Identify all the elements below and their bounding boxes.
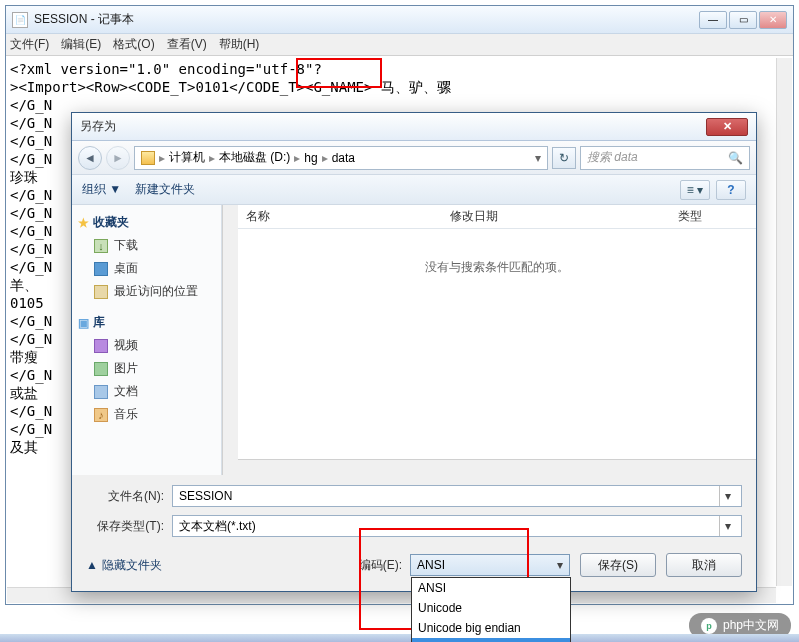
vertical-scrollbar[interactable] bbox=[776, 58, 792, 586]
sidebar-item-recent[interactable]: 最近访问的位置 bbox=[76, 280, 217, 303]
breadcrumb[interactable]: ▸ 计算机 ▸ 本地磁盘 (D:) ▸ hg ▸ data ▾ bbox=[134, 146, 548, 170]
save-button[interactable]: 保存(S) bbox=[580, 553, 656, 577]
close-button[interactable]: ✕ bbox=[759, 11, 787, 29]
download-icon: ↓ bbox=[94, 239, 108, 253]
recent-icon bbox=[94, 285, 108, 299]
dialog-navbar: ◄ ► ▸ 计算机 ▸ 本地磁盘 (D:) ▸ hg ▸ data ▾ ↻ 搜索… bbox=[72, 141, 756, 175]
notepad-title: SESSION - 记事本 bbox=[34, 11, 699, 28]
filetype-select[interactable]: 文本文档(*.txt) ▾ bbox=[172, 515, 742, 537]
picture-icon bbox=[94, 362, 108, 376]
chevron-down-icon[interactable]: ▾ bbox=[719, 486, 735, 506]
encoding-dropdown: ANSI Unicode Unicode big endian UTF-8 bbox=[411, 577, 571, 642]
breadcrumb-item[interactable]: hg bbox=[304, 151, 317, 165]
search-input[interactable]: 搜索 data 🔍 bbox=[580, 146, 750, 170]
view-mode-button[interactable]: ≡ ▾ bbox=[680, 180, 710, 200]
filetype-label: 保存类型(T): bbox=[86, 518, 172, 535]
video-icon bbox=[94, 339, 108, 353]
dialog-toolbar: 组织 ▼ 新建文件夹 ≡ ▾ ? bbox=[72, 175, 756, 205]
chevron-down-icon[interactable]: ▾ bbox=[719, 516, 735, 536]
sidebar-libraries-header[interactable]: ▣ 库 bbox=[76, 311, 217, 334]
sidebar-item-desktop[interactable]: 桌面 bbox=[76, 257, 217, 280]
minimize-button[interactable]: — bbox=[699, 11, 727, 29]
dialog-bottom: 文件名(N): SESSION ▾ 保存类型(T): 文本文档(*.txt) ▾ bbox=[72, 475, 756, 553]
library-icon: ▣ bbox=[78, 316, 89, 330]
search-icon: 🔍 bbox=[728, 151, 743, 165]
star-icon: ★ bbox=[78, 216, 89, 230]
column-type[interactable]: 类型 bbox=[678, 208, 702, 225]
taskbar bbox=[0, 634, 799, 642]
music-icon: ♪ bbox=[94, 408, 108, 422]
breadcrumb-item[interactable]: 本地磁盘 (D:) bbox=[219, 149, 290, 166]
notepad-titlebar: 📄 SESSION - 记事本 — ▭ ✕ bbox=[6, 6, 793, 34]
empty-message: 没有与搜索条件匹配的项。 bbox=[238, 229, 756, 459]
chevron-up-icon: ▲ bbox=[86, 558, 98, 572]
hide-folders-toggle[interactable]: ▲ 隐藏文件夹 bbox=[86, 557, 162, 574]
help-button[interactable]: ? bbox=[716, 180, 746, 200]
sidebar-item-pictures[interactable]: 图片 bbox=[76, 357, 217, 380]
sidebar-favorites-header[interactable]: ★ 收藏夹 bbox=[76, 211, 217, 234]
save-as-dialog: 另存为 ✕ ◄ ► ▸ 计算机 ▸ 本地磁盘 (D:) ▸ hg ▸ data … bbox=[71, 112, 757, 592]
menu-file[interactable]: 文件(F) bbox=[10, 36, 49, 53]
new-folder-button[interactable]: 新建文件夹 bbox=[135, 181, 195, 198]
encoding-option-ansi[interactable]: ANSI bbox=[412, 578, 570, 598]
cancel-button[interactable]: 取消 bbox=[666, 553, 742, 577]
filename-label: 文件名(N): bbox=[86, 488, 172, 505]
organize-button[interactable]: 组织 ▼ bbox=[82, 181, 121, 198]
document-icon bbox=[94, 385, 108, 399]
folder-icon bbox=[141, 151, 155, 165]
chevron-down-icon: ▾ bbox=[557, 558, 563, 572]
sidebar-item-music[interactable]: ♪音乐 bbox=[76, 403, 217, 426]
maximize-button[interactable]: ▭ bbox=[729, 11, 757, 29]
column-date[interactable]: 修改日期 bbox=[450, 208, 498, 225]
refresh-button[interactable]: ↻ bbox=[552, 147, 576, 169]
notepad-icon: 📄 bbox=[12, 12, 28, 28]
dialog-close-button[interactable]: ✕ bbox=[706, 118, 748, 136]
sidebar-item-videos[interactable]: 视频 bbox=[76, 334, 217, 357]
breadcrumb-item[interactable]: data bbox=[332, 151, 355, 165]
breadcrumb-item[interactable]: 计算机 bbox=[169, 149, 205, 166]
encoding-select[interactable]: ANSI ▾ ANSI Unicode Unicode big endian U… bbox=[410, 554, 570, 576]
search-placeholder: 搜索 data bbox=[587, 149, 638, 166]
dialog-titlebar: 另存为 ✕ bbox=[72, 113, 756, 141]
desktop-icon bbox=[94, 262, 108, 276]
sidebar-item-documents[interactable]: 文档 bbox=[76, 380, 217, 403]
menu-format[interactable]: 格式(O) bbox=[113, 36, 154, 53]
file-list: 名称 修改日期 类型 没有与搜索条件匹配的项。 bbox=[238, 205, 756, 475]
menu-view[interactable]: 查看(V) bbox=[167, 36, 207, 53]
menu-help[interactable]: 帮助(H) bbox=[219, 36, 260, 53]
php-logo-icon: p bbox=[701, 618, 717, 634]
dialog-actions: ▲ 隐藏文件夹 编码(E): ANSI ▾ ANSI Unicode Unico… bbox=[72, 553, 756, 589]
encoding-label: 编码(E): bbox=[359, 557, 402, 574]
nav-forward-button[interactable]: ► bbox=[106, 146, 130, 170]
menu-edit[interactable]: 编辑(E) bbox=[61, 36, 101, 53]
sidebar-scrollbar[interactable] bbox=[222, 205, 238, 475]
notepad-menubar: 文件(F) 编辑(E) 格式(O) 查看(V) 帮助(H) bbox=[6, 34, 793, 56]
column-name[interactable]: 名称 bbox=[246, 208, 270, 225]
encoding-option-unicode-be[interactable]: Unicode big endian bbox=[412, 618, 570, 638]
filename-input[interactable]: SESSION ▾ bbox=[172, 485, 742, 507]
filelist-hscrollbar[interactable] bbox=[238, 459, 756, 475]
file-list-header: 名称 修改日期 类型 bbox=[238, 205, 756, 229]
dialog-body: ★ 收藏夹 ↓下载 桌面 最近访问的位置 ▣ 库 视频 图片 文档 ♪音乐 bbox=[72, 205, 756, 475]
encoding-option-utf8[interactable]: UTF-8 bbox=[412, 638, 570, 642]
sidebar-item-downloads[interactable]: ↓下载 bbox=[76, 234, 217, 257]
dialog-title: 另存为 bbox=[80, 118, 706, 135]
sidebar: ★ 收藏夹 ↓下载 桌面 最近访问的位置 ▣ 库 视频 图片 文档 ♪音乐 bbox=[72, 205, 222, 475]
encoding-option-unicode[interactable]: Unicode bbox=[412, 598, 570, 618]
nav-back-button[interactable]: ◄ bbox=[78, 146, 102, 170]
